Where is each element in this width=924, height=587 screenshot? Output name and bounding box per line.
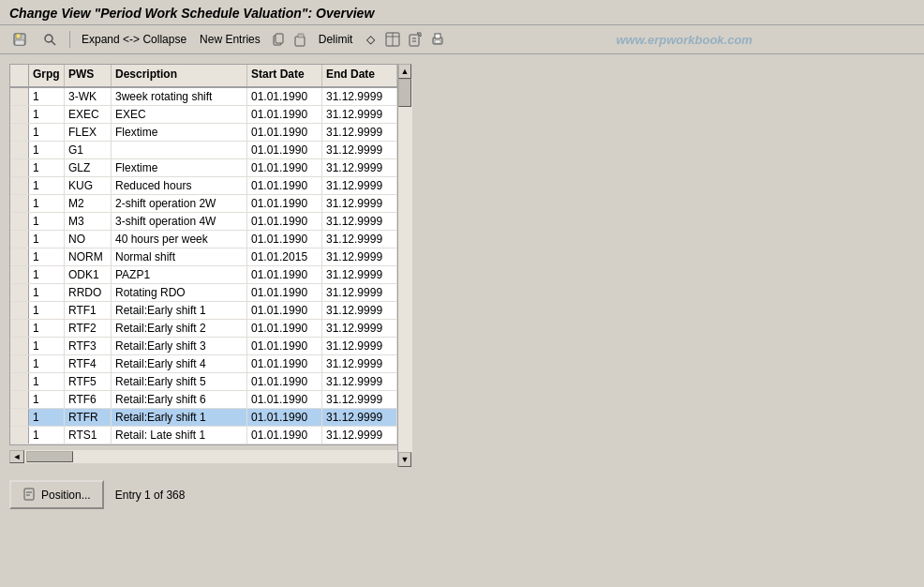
row-pws-11: RRDO	[65, 284, 112, 301]
select-all-header[interactable]	[10, 65, 29, 86]
scroll-thumb-h[interactable]	[26, 451, 73, 462]
row-end-0: 31.12.9999	[322, 88, 397, 105]
row-select-6[interactable]	[10, 195, 29, 212]
row-start-18: 01.01.1990	[247, 409, 322, 426]
row-grpg-13: 1	[29, 320, 65, 337]
vertical-scrollbar[interactable]: ▲ ▼	[397, 64, 412, 467]
diamond-icon[interactable]: ◇	[362, 31, 379, 48]
row-select-12[interactable]	[10, 302, 29, 319]
table-row[interactable]: 1 ODK1 PAZP1 01.01.1990 31.12.9999	[10, 266, 411, 284]
row-desc-7: 3-shift operation 4W	[112, 213, 247, 230]
table-row[interactable]: 1 NO 40 hours per week 01.01.1990 31.12.…	[10, 231, 411, 248]
table-row[interactable]: 1 G1 01.01.1990 31.12.9999	[10, 142, 411, 159]
table-row[interactable]: 1 EXEC EXEC 01.01.1990 31.12.9999	[10, 106, 411, 124]
copy-icon[interactable]	[270, 31, 287, 48]
row-desc-15: Retail:Early shift 4	[112, 355, 247, 372]
table-row[interactable]: 1 GLZ Flextime 01.01.1990 31.12.9999	[10, 159, 411, 177]
row-pws-10: ODK1	[65, 266, 112, 283]
table-row[interactable]: 1 RTF3 Retail:Early shift 3 01.01.1990 3…	[10, 338, 411, 355]
row-grpg-6: 1	[29, 195, 65, 212]
toolbar-save-btn[interactable]	[7, 29, 32, 50]
row-select-10[interactable]	[10, 266, 29, 283]
row-select-3[interactable]	[10, 142, 29, 158]
row-start-3: 01.01.1990	[247, 142, 322, 158]
table-row[interactable]: 1 RTS1 Retail: Late shift 1 01.01.1990 3…	[10, 427, 411, 444]
svg-line-4	[52, 41, 55, 45]
paste-icon[interactable]	[292, 31, 309, 48]
position-icon	[22, 486, 37, 504]
row-start-14: 01.01.1990	[247, 338, 322, 354]
scroll-down-btn[interactable]: ▼	[398, 452, 411, 467]
scroll-thumb-v[interactable]	[398, 79, 411, 107]
row-select-17[interactable]	[10, 391, 29, 408]
row-grpg-10: 1	[29, 266, 65, 283]
table-row[interactable]: 1 RTFR Retail:Early shift 1 01.01.1990 3…	[10, 409, 411, 427]
export-icon[interactable]	[407, 31, 424, 48]
position-button[interactable]: Position...	[9, 480, 104, 509]
table-row[interactable]: 1 3-WK 3week rotating shift 01.01.1990 3…	[10, 88, 411, 106]
row-start-10: 01.01.1990	[247, 266, 322, 283]
row-grpg-5: 1	[29, 177, 65, 194]
delimit-label: Delimit	[319, 33, 353, 46]
table-row[interactable]: 1 RTF5 Retail:Early shift 5 01.01.1990 3…	[10, 373, 411, 391]
row-select-15[interactable]	[10, 355, 29, 372]
table-row[interactable]: 1 FLEX Flextime 01.01.1990 31.12.9999	[10, 124, 411, 142]
row-select-0[interactable]	[10, 88, 29, 105]
table-row[interactable]: 1 NORM Normal shift 01.01.2015 31.12.999…	[10, 248, 411, 266]
row-select-8[interactable]	[10, 231, 29, 248]
row-grpg-9: 1	[29, 248, 65, 265]
row-select-16[interactable]	[10, 373, 29, 390]
delimit-btn[interactable]: Delimit	[315, 31, 357, 48]
table-row[interactable]: 1 M2 2-shift operation 2W 01.01.1990 31.…	[10, 195, 411, 213]
table-row[interactable]: 1 RTF4 Retail:Early shift 4 01.01.1990 3…	[10, 355, 411, 373]
table-row[interactable]: 1 M3 3-shift operation 4W 01.01.1990 31.…	[10, 213, 411, 231]
row-select-14[interactable]	[10, 338, 29, 354]
row-pws-9: NORM	[65, 248, 112, 265]
scroll-left-btn[interactable]: ◄	[9, 450, 24, 463]
horizontal-scrollbar[interactable]: ◄ ►	[9, 450, 412, 463]
row-pws-5: KUG	[65, 177, 112, 194]
new-entries-btn[interactable]: New Entries	[196, 31, 264, 48]
row-desc-18: Retail:Early shift 1	[112, 409, 247, 426]
table-row[interactable]: 1 KUG Reduced hours 01.01.1990 31.12.999…	[10, 177, 411, 195]
title-bar: Change View "Period Work Schedule Valuat…	[0, 0, 924, 25]
row-start-5: 01.01.1990	[247, 177, 322, 194]
row-end-9: 31.12.9999	[322, 248, 397, 265]
row-select-18[interactable]	[10, 409, 29, 426]
row-start-12: 01.01.1990	[247, 302, 322, 319]
table-row[interactable]: 1 RRDO Rotating RDO 01.01.1990 31.12.999…	[10, 284, 411, 302]
row-end-16: 31.12.9999	[322, 373, 397, 390]
scroll-up-btn[interactable]: ▲	[398, 64, 411, 79]
table-row[interactable]: 1 RTF1 Retail:Early shift 1 01.01.1990 3…	[10, 302, 411, 320]
row-pws-3: G1	[65, 142, 112, 158]
row-desc-3	[112, 142, 247, 158]
toolbar-search-btn[interactable]	[37, 29, 62, 50]
row-end-18: 31.12.9999	[322, 409, 397, 426]
table-row[interactable]: 1 RTF6 Retail:Early shift 6 01.01.1990 3…	[10, 391, 411, 409]
col-header-pws: PWS	[65, 65, 112, 86]
row-desc-17: Retail:Early shift 6	[112, 391, 247, 408]
row-select-2[interactable]	[10, 124, 29, 141]
row-select-1[interactable]	[10, 106, 29, 123]
row-desc-1: EXEC	[112, 106, 247, 123]
row-desc-12: Retail:Early shift 1	[112, 302, 247, 319]
print-icon[interactable]	[429, 31, 446, 48]
row-pws-7: M3	[65, 213, 112, 230]
row-grpg-12: 1	[29, 302, 65, 319]
row-grpg-7: 1	[29, 213, 65, 230]
row-select-19[interactable]	[10, 427, 29, 444]
expand-collapse-btn[interactable]: Expand <-> Collapse	[78, 31, 190, 48]
main-content: Grpg PWS Description Start Date End Date…	[0, 54, 924, 473]
table-row[interactable]: 1 RTF2 Retail:Early shift 2 01.01.1990 3…	[10, 320, 411, 338]
row-select-4[interactable]	[10, 159, 29, 176]
table-icon[interactable]	[384, 31, 401, 48]
entry-count: Entry 1 of 368	[115, 489, 186, 502]
row-grpg-11: 1	[29, 284, 65, 301]
row-select-7[interactable]	[10, 213, 29, 230]
row-select-9[interactable]	[10, 248, 29, 265]
row-start-0: 01.01.1990	[247, 88, 322, 105]
row-grpg-3: 1	[29, 142, 65, 158]
row-select-11[interactable]	[10, 284, 29, 301]
row-select-5[interactable]	[10, 177, 29, 194]
row-select-13[interactable]	[10, 320, 29, 337]
